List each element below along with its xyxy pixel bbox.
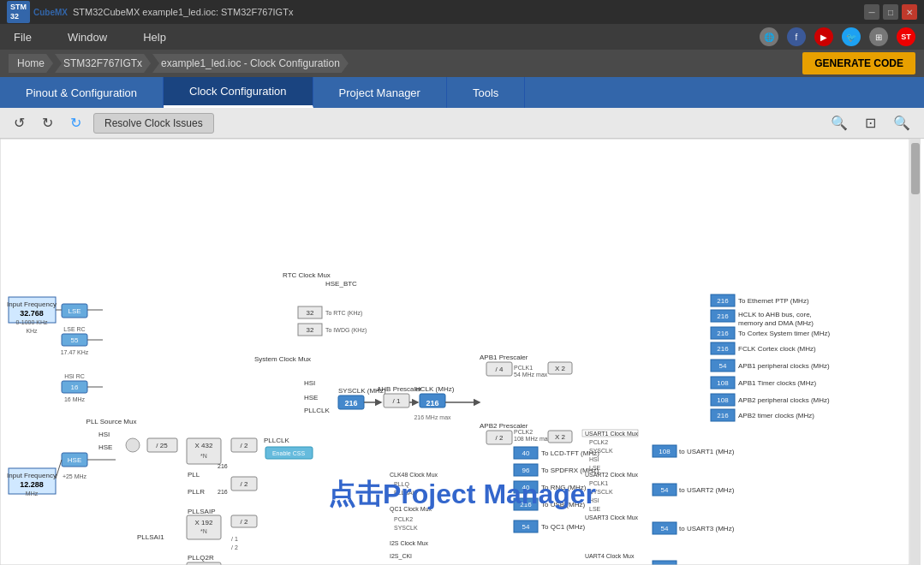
resolve-clock-button[interactable]: Resolve Clock Issues <box>93 113 214 134</box>
svg-text:UART4 Clock Mux: UART4 Clock Mux <box>585 553 635 559</box>
svg-text:32: 32 <box>307 309 314 317</box>
svg-text:USART3 Clock Mux: USART3 Clock Mux <box>585 514 639 520</box>
breadcrumb-home[interactable]: Home <box>9 54 53 73</box>
undo-button[interactable]: ↺ <box>9 111 30 134</box>
titlebar-text: STM32CubeMX example1_led.ioc: STM32F767I… <box>73 7 293 17</box>
tab-project[interactable]: Project Manager <box>313 77 447 108</box>
menubar: File Window Help 🌐 f ▶ 🐦 ⊞ ST <box>0 24 924 50</box>
menu-window[interactable]: Window <box>63 29 112 45</box>
svg-text:216: 216 <box>218 463 228 469</box>
svg-text:PLL: PLL <box>188 471 200 479</box>
zoom-out-button[interactable]: 🔍 <box>888 111 915 134</box>
svg-point-25 <box>126 438 140 452</box>
svg-text:I2S_CKI: I2S_CKI <box>390 553 412 560</box>
svg-text:96: 96 <box>522 467 530 474</box>
svg-text:HSE: HSE <box>304 394 318 401</box>
svg-text:KHz: KHz <box>26 328 38 334</box>
svg-text:FCLK Cortex clock (MHz): FCLK Cortex clock (MHz) <box>738 345 816 353</box>
zoom-in-button[interactable]: 🔍 <box>826 111 853 134</box>
svg-text:54: 54 <box>661 525 669 532</box>
st-icon[interactable]: ST <box>897 27 915 46</box>
svg-text:/ 1: / 1 <box>393 397 401 405</box>
svg-text:12.288: 12.288 <box>20 480 44 489</box>
svg-text:HCLK to AHB bus, core,: HCLK to AHB bus, core, <box>738 311 812 318</box>
svg-text:System Clock Mux: System Clock Mux <box>254 355 311 363</box>
svg-text:32: 32 <box>307 326 314 334</box>
svg-rect-199 <box>910 139 921 565</box>
svg-text:108: 108 <box>659 448 671 455</box>
svg-text:APB1 peripheral clocks (MHz): APB1 peripheral clocks (MHz) <box>738 362 830 370</box>
svg-rect-200 <box>911 143 920 194</box>
svg-text:216: 216 <box>426 399 438 407</box>
titlebar-left: STM32 CubeMX STM32CubeMX example1_led.io… <box>7 1 293 23</box>
twitter-icon[interactable]: 🐦 <box>842 27 861 46</box>
close-button[interactable]: ✕ <box>902 4 917 20</box>
svg-text:216 MHz max: 216 MHz max <box>414 414 451 420</box>
svg-text:216: 216 <box>717 312 729 320</box>
network-icon[interactable]: ⊞ <box>869 27 888 46</box>
titlebar-controls[interactable]: ─ □ ✕ <box>864 4 917 20</box>
svg-text:216: 216 <box>717 330 729 337</box>
maximize-button[interactable]: □ <box>883 4 898 20</box>
menu-help[interactable]: Help <box>138 29 171 45</box>
svg-text:0-1000 KHz: 0-1000 KHz <box>16 319 48 325</box>
refresh-button[interactable]: ↻ <box>65 111 86 134</box>
facebook-icon[interactable]: f <box>787 27 806 46</box>
svg-text:PLLQ2R: PLLQ2R <box>188 554 214 562</box>
svg-text:*N: *N <box>200 453 207 459</box>
svg-text:216: 216 <box>344 399 357 407</box>
svg-text:memory and DMA (MHz): memory and DMA (MHz) <box>738 319 814 327</box>
globe-icon[interactable]: 🌐 <box>760 27 778 46</box>
svg-text:+25 MHz: +25 MHz <box>63 473 87 479</box>
svg-text:To Ethernet PTP (MHz): To Ethernet PTP (MHz) <box>738 297 809 305</box>
svg-text:/ 2: / 2 <box>496 434 504 442</box>
svg-text:To LCD-TFT (MHz): To LCD-TFT (MHz) <box>541 449 599 457</box>
svg-text:I2S Clock Mux: I2S Clock Mux <box>390 540 429 546</box>
diagram-container[interactable]: Input Frequency 32.768 0-1000 KHz KHz LS… <box>0 139 924 565</box>
svg-text:PLLSAIP: PLLSAIP <box>188 508 215 515</box>
svg-text:PLLR: PLLR <box>188 488 205 496</box>
svg-text:USART1 Clock Mux: USART1 Clock Mux <box>585 431 639 437</box>
youtube-icon[interactable]: ▶ <box>814 27 833 46</box>
svg-text:PCLK1: PCLK1 <box>514 365 533 371</box>
svg-text:PCLK2: PCLK2 <box>514 429 533 435</box>
svg-text:55: 55 <box>71 336 79 344</box>
tab-pinout[interactable]: Pinout & Configuration <box>0 77 164 108</box>
breadcrumb-mcu[interactable]: STM32F767IGTx <box>55 54 151 73</box>
svg-text:32.768: 32.768 <box>20 309 44 318</box>
svg-text:APB1 Timer clocks (MHz): APB1 Timer clocks (MHz) <box>738 379 816 387</box>
svg-text:Input Frequency: Input Frequency <box>7 472 57 479</box>
menu-file[interactable]: File <box>9 29 37 45</box>
breadcrumb-config[interactable]: example1_led.ioc - Clock Configuration <box>152 54 349 73</box>
svg-text:16 MHz: 16 MHz <box>64 396 86 402</box>
svg-text:To Cortex System timer (MHz): To Cortex System timer (MHz) <box>738 330 830 337</box>
svg-text:Input Frequency: Input Frequency <box>7 300 57 308</box>
svg-text:108: 108 <box>717 396 729 404</box>
svg-text:216: 216 <box>717 297 729 305</box>
svg-text:To SPDFRX (MHz): To SPDFRX (MHz) <box>541 467 599 474</box>
watermark-text: 点击Project Manager <box>328 476 596 514</box>
minimize-button[interactable]: ─ <box>864 4 879 20</box>
svg-text:40: 40 <box>522 449 530 457</box>
svg-text:HSI: HSI <box>304 379 315 387</box>
fit-button[interactable]: ⊡ <box>860 111 881 134</box>
svg-text:/ 2: / 2 <box>241 480 248 488</box>
svg-text:HSE: HSE <box>98 443 112 451</box>
svg-text:/ 4: / 4 <box>496 366 504 373</box>
generate-code-button[interactable]: GENERATE CODE <box>802 52 915 74</box>
svg-text:Enable CSS: Enable CSS <box>272 450 305 456</box>
svg-text:/ 1: / 1 <box>231 536 238 542</box>
svg-text:X 432: X 432 <box>195 442 213 449</box>
svg-text:PCLK2: PCLK2 <box>394 516 413 522</box>
svg-text:HSI: HSI <box>98 431 110 438</box>
svg-text:APB2 peripheral clocks (MHz): APB2 peripheral clocks (MHz) <box>738 396 830 404</box>
tab-tools[interactable]: Tools <box>447 77 525 108</box>
redo-button[interactable]: ↻ <box>37 111 58 134</box>
tab-clock[interactable]: Clock Configuration <box>164 77 313 108</box>
svg-text:to USART2 (MHz): to USART2 (MHz) <box>679 486 735 494</box>
menubar-icons: 🌐 f ▶ 🐦 ⊞ ST <box>760 27 915 46</box>
titlebar: STM32 CubeMX STM32CubeMX example1_led.io… <box>0 0 924 24</box>
svg-text:*N: *N <box>200 528 207 534</box>
svg-text:SYSCLK: SYSCLK <box>394 525 418 531</box>
svg-text:MHz: MHz <box>26 491 39 497</box>
